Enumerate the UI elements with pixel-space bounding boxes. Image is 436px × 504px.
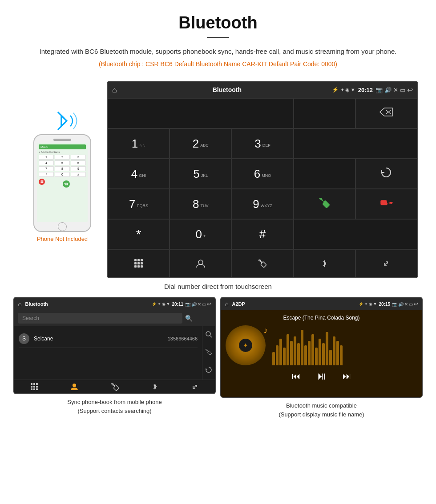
dial-backspace[interactable] <box>355 98 417 128</box>
dial-numpad: 1∿∿ 2ABC 3DEF 4GHI 5JKL 6MNO <box>108 128 417 249</box>
dial-usb-icon: ⚡ <box>332 87 339 93</box>
dial-key-2[interactable]: 2ABC <box>170 128 231 159</box>
pb-screen-icon[interactable]: ▭ <box>202 302 206 307</box>
dial-empty-r3a <box>294 159 355 189</box>
dial-tab-dialpad[interactable] <box>108 250 170 277</box>
reload-icon <box>380 166 392 181</box>
music-prev-button[interactable]: ⏮ <box>292 371 301 381</box>
svg-rect-15 <box>33 383 35 385</box>
end-call-icon <box>379 196 393 212</box>
svg-point-23 <box>73 384 76 387</box>
phone-screen: M400 + Add to Contacts 1 2 3 4 5 6 7 8 9… <box>37 143 88 222</box>
dial-call-button[interactable] <box>294 189 355 219</box>
dial-key-star[interactable]: * <box>108 219 170 249</box>
dial-reload[interactable] <box>355 159 417 189</box>
pb-bt-icon: ✦ <box>157 302 161 306</box>
music-cam-icon[interactable]: 📷 <box>392 302 397 307</box>
svg-rect-21 <box>33 388 35 390</box>
phone-contact-label: + Add to Contacts <box>39 151 86 153</box>
page-description: Integrated with BC6 Bluetooth module, su… <box>27 46 409 57</box>
dial-tab-contacts[interactable] <box>170 250 231 277</box>
pb-usb-icon: ⚡ <box>152 302 157 306</box>
svg-rect-6 <box>137 262 140 264</box>
phone-not-included-label: Phone Not Included <box>37 236 88 242</box>
music-screenshot: ⌂ A2DP ⚡ ✦ ◉ ▼ 20:15 📷 🔊 ✕ ▭ ↩ Escape (T… <box>220 297 423 419</box>
phonebook-side-icons <box>202 326 215 380</box>
dial-key-0[interactable]: 0+ <box>170 219 231 249</box>
pb-tab-bluetooth[interactable] <box>135 383 175 391</box>
pb-home-icon[interactable]: ⌂ <box>18 300 21 308</box>
music-usb-icon: ⚡ <box>359 302 363 306</box>
dial-key-hash[interactable]: # <box>231 219 293 249</box>
svg-rect-17 <box>31 386 32 388</box>
music-close-icon[interactable]: ✕ <box>404 302 408 307</box>
dial-key-1[interactable]: 1∿∿ <box>108 128 170 159</box>
pb-tab-link[interactable] <box>175 383 215 391</box>
page-specs: (Bluetooth chip : CSR BC6 Default Blueto… <box>27 60 409 68</box>
dial-key-5[interactable]: 5JKL <box>170 159 231 189</box>
music-home-icon[interactable]: ⌂ <box>225 300 228 308</box>
dial-bottom-row <box>108 249 417 277</box>
phone-key-star: * <box>39 172 54 177</box>
music-play-pause-button[interactable]: ⏯ <box>316 370 327 382</box>
dial-key-3[interactable]: 3DEF <box>231 128 293 159</box>
pb-tab-contacts-active[interactable] <box>54 383 94 391</box>
phonebook-screen: ⌂ Bluetooth ⚡ ✦ ◉ ▼ 20:11 📷 🔊 ✕ ▭ ↩ Sear… <box>13 297 216 394</box>
phone-home-button <box>58 222 67 231</box>
svg-rect-18 <box>33 386 35 388</box>
pb-close-icon[interactable]: ✕ <box>198 302 201 307</box>
pb-tab-phone[interactable] <box>94 383 134 391</box>
dial-close-icon[interactable]: ✕ <box>393 87 398 93</box>
music-controls: ⏮ ⏯ ⏭ <box>226 365 417 384</box>
music-vol-icon[interactable]: 🔊 <box>398 302 404 307</box>
dial-volume-icon[interactable]: 🔊 <box>384 87 392 93</box>
dial-key-6[interactable]: 6MNO <box>231 159 293 189</box>
svg-rect-7 <box>141 262 143 264</box>
svg-line-13 <box>210 336 212 337</box>
phone-key-4: 4 <box>39 160 54 165</box>
dial-tab-link[interactable] <box>355 250 417 277</box>
dial-key-7[interactable]: 7PQRS <box>108 189 170 219</box>
backspace-icon <box>379 107 393 120</box>
svg-rect-19 <box>36 386 38 388</box>
pb-vol-icon[interactable]: 🔊 <box>191 302 197 307</box>
dial-key-8[interactable]: 8TUV <box>170 189 231 219</box>
phone-key-8: 8 <box>55 166 70 171</box>
dial-camera-icon[interactable]: 📷 <box>375 87 383 93</box>
search-icon[interactable]: 🔍 <box>185 315 193 322</box>
side-phone-icon[interactable] <box>205 348 212 357</box>
side-reload-icon[interactable] <box>205 366 212 375</box>
dial-tab-bluetooth[interactable] <box>294 250 355 277</box>
pb-loc-icon: ◉ <box>162 302 166 306</box>
search-input[interactable]: Search <box>18 313 182 324</box>
music-screen-icon[interactable]: ▭ <box>409 302 413 307</box>
dial-screen-icon[interactable]: ▭ <box>400 87 405 93</box>
music-back-icon[interactable]: ↩ <box>414 301 418 307</box>
dial-caption: Dial number direct from touchscreen <box>0 278 436 297</box>
dial-back-icon[interactable]: ↩ <box>407 86 413 94</box>
dial-empty-1 <box>294 98 355 128</box>
svg-rect-2 <box>134 259 137 261</box>
dial-tab-phone[interactable] <box>231 250 293 277</box>
dial-location-icon: ◉ <box>345 87 350 93</box>
phone-dialpad: 1 2 3 4 5 6 7 8 9 * 0 # <box>39 155 86 177</box>
dial-home-icon[interactable]: ⌂ <box>112 85 117 95</box>
contact-number: 13566664466 <box>168 336 198 341</box>
dial-end-call-button[interactable] <box>355 189 417 219</box>
pb-cam-icon[interactable]: 📷 <box>185 302 190 307</box>
music-next-button[interactable]: ⏭ <box>343 371 351 381</box>
side-search-icon[interactable] <box>205 331 212 340</box>
pb-tab-dialpad[interactable] <box>14 383 54 391</box>
music-statusbar-title: A2DP <box>232 301 358 307</box>
title-underline <box>207 37 229 38</box>
svg-rect-8 <box>134 265 137 268</box>
music-note-icon: ♪ <box>263 325 268 336</box>
phonebook-bottom-row <box>14 380 215 393</box>
music-bt-symbol: ✦ <box>243 342 248 349</box>
phone-key-9: 9 <box>71 166 86 171</box>
dial-key-9[interactable]: 9WXYZ <box>231 189 293 219</box>
pb-statusbar-title: Bluetooth <box>25 301 151 307</box>
pb-back-icon[interactable]: ↩ <box>207 301 211 307</box>
dial-key-4[interactable]: 4GHI <box>108 159 170 189</box>
call-icon <box>318 196 331 212</box>
